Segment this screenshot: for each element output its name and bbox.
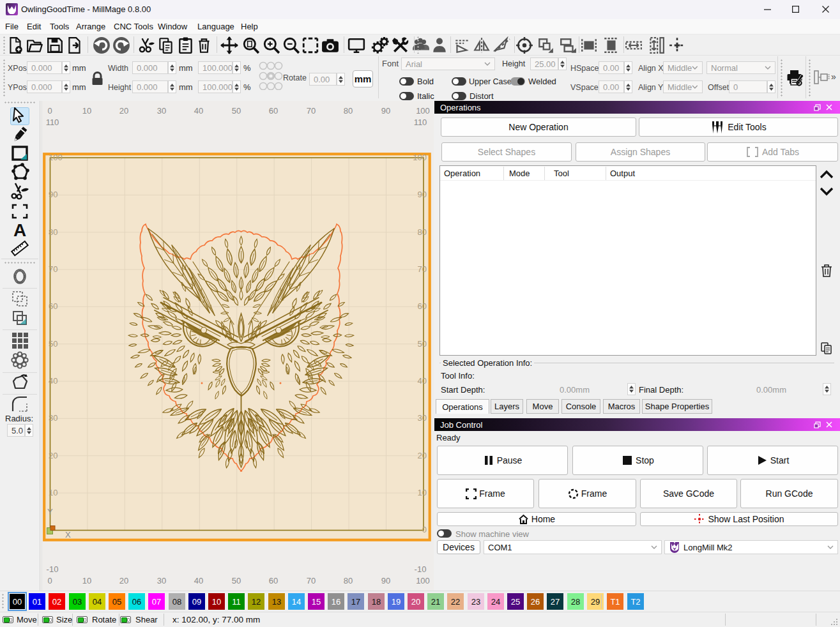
svg-text:100: 100 xyxy=(413,153,427,162)
svg-text:30: 30 xyxy=(157,576,166,585)
svg-text:50: 50 xyxy=(418,339,427,349)
svg-text:50: 50 xyxy=(232,106,241,116)
svg-text:20: 20 xyxy=(119,106,128,116)
svg-text:90: 90 xyxy=(418,190,427,199)
svg-text:70: 70 xyxy=(49,264,57,274)
svg-text:10: 10 xyxy=(49,488,57,497)
svg-text:10: 10 xyxy=(82,576,91,585)
svg-text:20: 20 xyxy=(49,451,57,460)
svg-text:80: 80 xyxy=(49,227,57,237)
svg-text:100: 100 xyxy=(49,153,63,162)
svg-text:40: 40 xyxy=(194,106,203,116)
svg-text:0: 0 xyxy=(47,576,52,585)
svg-text:50: 50 xyxy=(232,576,241,585)
svg-text:30: 30 xyxy=(157,106,166,116)
svg-text:20: 20 xyxy=(119,576,128,585)
svg-text:80: 80 xyxy=(344,106,353,116)
svg-text:0: 0 xyxy=(47,106,52,116)
svg-text:70: 70 xyxy=(418,264,427,274)
svg-text:100: 100 xyxy=(416,106,430,116)
svg-text:70: 70 xyxy=(307,576,316,585)
svg-text:80: 80 xyxy=(418,227,427,237)
svg-text:110: 110 xyxy=(46,117,59,127)
svg-text:40: 40 xyxy=(194,576,203,585)
svg-text:Y: Y xyxy=(47,507,53,517)
svg-text:A: A xyxy=(13,220,26,239)
svg-text:90: 90 xyxy=(49,190,57,199)
svg-text:60: 60 xyxy=(269,106,278,116)
svg-text:50: 50 xyxy=(49,339,57,349)
svg-text:110: 110 xyxy=(414,117,427,127)
svg-text:10: 10 xyxy=(82,106,91,116)
svg-text:20: 20 xyxy=(418,451,427,460)
svg-text:40: 40 xyxy=(418,376,427,386)
svg-text:100: 100 xyxy=(416,576,430,585)
svg-text:70: 70 xyxy=(307,106,316,116)
svg-text:40: 40 xyxy=(49,376,57,386)
svg-text:10: 10 xyxy=(418,488,427,497)
svg-text:90: 90 xyxy=(381,576,390,585)
svg-text:X: X xyxy=(65,530,71,540)
svg-text:-10: -10 xyxy=(47,564,59,574)
svg-text:-10: -10 xyxy=(415,564,427,574)
svg-text:60: 60 xyxy=(418,301,427,311)
svg-text:30: 30 xyxy=(418,413,427,423)
svg-text:90: 90 xyxy=(381,106,390,116)
svg-text:30: 30 xyxy=(49,413,57,423)
svg-text:80: 80 xyxy=(344,576,353,585)
svg-text:60: 60 xyxy=(269,576,278,585)
svg-text:60: 60 xyxy=(49,301,57,311)
svg-text:0: 0 xyxy=(422,525,427,534)
